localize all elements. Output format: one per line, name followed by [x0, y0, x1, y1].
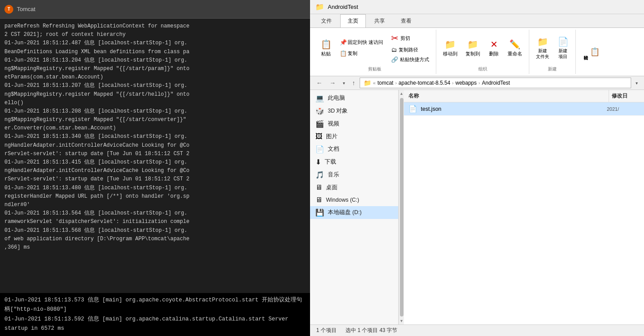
sidebar-icon-1: 🎲 — [315, 107, 324, 115]
ribbon-tab-share[interactable]: 共享 — [367, 14, 392, 27]
extra-buttons: 📋 轻松访问 — [579, 31, 603, 72]
ribbon-content: 📋 粘贴 📌 固定到快 速访问 📋 复制 — [310, 27, 644, 76]
sidebar-item-6[interactable]: 🎵音乐 — [310, 168, 398, 181]
sidebar-icon-7: 🖥 — [315, 184, 322, 191]
item-count: 1 个项目 — [316, 327, 337, 334]
tomcat-bottom-bar: 01-Jun-2021 18:51:13.573 信息 [main] org.a… — [0, 293, 310, 336]
nav-recent-button[interactable]: ▾ — [340, 79, 348, 87]
folder-icon: 📁 — [315, 3, 324, 11]
explorer-titlebar: 📁 AndroidTest — [310, 0, 644, 14]
console-line: pareRefresh Refreshing WebApplicationCon… — [4, 22, 306, 31]
console-bottom-line: 01-Jun-2021 18:51:13.573 信息 [main] org.a… — [4, 296, 306, 315]
delete-button[interactable]: ✕ 删除 — [485, 37, 503, 59]
console-line: ngHandlerAdapter.initControllerAdviceCac… — [4, 141, 306, 150]
copy-to-button[interactable]: 📁 复制到 — [462, 37, 483, 59]
column-name[interactable]: 名称 — [404, 90, 609, 102]
tomcat-title: Tomcat — [17, 6, 35, 12]
paste-shortcut-button[interactable]: 🔗 粘贴快捷方式 — [388, 55, 432, 64]
file-list-header: 名称 修改日 — [404, 90, 644, 102]
sidebar-icon-9: 💾 — [315, 208, 324, 217]
sidebar-item-0[interactable]: 💻此电脑 — [310, 92, 398, 105]
tomcat-panel: T Tomcat pareRefresh Refreshing WebAppli… — [0, 0, 310, 336]
nav-back-button[interactable]: ← — [314, 78, 325, 88]
breadcrumb-webapps[interactable]: webapps — [455, 80, 477, 86]
file-label-0: test.json — [421, 106, 442, 112]
console-line: 01-Jun-2021 18:51:13.208 信息 [localhost-s… — [4, 107, 306, 116]
sidebar-label-8: Windows (C:) — [326, 197, 359, 203]
sidebar-scrollbar[interactable]: ▲ ▼ — [399, 90, 404, 324]
pin-button[interactable]: 📌 固定到快 速访问 — [337, 37, 386, 47]
tomcat-console[interactable]: pareRefresh Refreshing WebApplicationCon… — [0, 19, 310, 293]
sidebar-item-4[interactable]: 📄文档 — [310, 143, 398, 156]
sidebar-item-7[interactable]: 🖥桌面 — [310, 181, 398, 194]
copy-path-button[interactable]: 🗂 复制路径 — [388, 45, 432, 55]
address-bar[interactable]: 📁 « tomcat › apache-tomcat-8.5.54 › weba… — [360, 78, 631, 88]
breadcrumb-androidtest[interactable]: AndroidTest — [482, 80, 510, 86]
new-folder-button[interactable]: 📁 新建文件夹 — [533, 35, 552, 61]
explorer-title: AndroidTest — [328, 4, 358, 10]
sidebar-item-9[interactable]: 💾本地磁盘 (D:) — [310, 206, 398, 219]
tomcat-icon: T — [4, 5, 13, 14]
sidebar-item-8[interactable]: 🖥Windows (C:) — [310, 194, 398, 206]
copy-button[interactable]: 📋 复制 — [337, 48, 386, 59]
console-line: 01-Jun-2021 18:51:13.340 信息 [localhost-s… — [4, 133, 306, 141]
sidebar-icon-0: 💻 — [315, 94, 324, 102]
console-line: ,366] ms — [4, 243, 306, 252]
explorer-main: 💻此电脑🎲3D 对象🎬视频🖼图片📄文档⬇下载🎵音乐🖥桌面🖥Windows (C:… — [310, 90, 644, 324]
sidebar-icon-6: 🎵 — [315, 171, 324, 179]
nav-forward-button[interactable]: → — [327, 78, 338, 88]
file-date-0: 2021/ — [604, 106, 640, 112]
selected-info: 选中 1 个项目 43 字节 — [345, 327, 397, 334]
breadcrumb-apache[interactable]: apache-tomcat-8.5.54 — [399, 80, 450, 86]
sidebar-icon-8: 🖥 — [315, 196, 322, 204]
console-line: ng$MappingRegistry.register Mapped "{[/s… — [4, 116, 306, 124]
ribbon-group-extra: 📋 轻松访问 — [576, 30, 606, 74]
scissors-icon: ✂ — [391, 33, 399, 43]
rename-icon: ✏️ — [509, 39, 520, 50]
sidebar: 💻此电脑🎲3D 对象🎬视频🖼图片📄文档⬇下载🎵音乐🖥桌面🖥Windows (C:… — [310, 90, 399, 324]
sidebar-item-2[interactable]: 🎬视频 — [310, 117, 398, 130]
file-icon-0: 📄 — [408, 105, 417, 113]
ribbon-tab-view[interactable]: 查看 — [393, 14, 419, 27]
ribbon-group-clipboard: 📋 粘贴 📌 固定到快 速访问 📋 复制 — [314, 30, 436, 74]
move-icon: 📁 — [445, 39, 456, 50]
console-line: 01-Jun-2021 18:51:12.487 信息 [localhost-s… — [4, 39, 306, 47]
ribbon-tabs: 文件 主页 共享 查看 — [310, 14, 644, 27]
move-to-button[interactable]: 📁 移动到 — [440, 37, 461, 59]
pin-icon: 📌 — [340, 39, 347, 46]
rename-button[interactable]: ✏️ 重命名 — [504, 37, 525, 59]
explorer-panel: 📁 AndroidTest 文件 主页 共享 查看 📋 粘贴 — [310, 0, 644, 336]
file-row-0[interactable]: 📄 test.json 2021/ — [404, 102, 644, 116]
ribbon-tab-home[interactable]: 主页 — [340, 14, 366, 27]
sidebar-label-5: 下载 — [325, 158, 336, 166]
console-line: ng$MappingRegistry.register Mapped "{[/s… — [4, 65, 306, 73]
scroll-thumb[interactable] — [400, 98, 403, 316]
paste-button[interactable]: 📋 粘贴 — [317, 37, 335, 59]
sidebar-item-3[interactable]: 🖼图片 — [310, 130, 398, 143]
console-line: ngHandlerAdapter.initControllerAdviceCac… — [4, 167, 306, 175]
sidebar-label-1: 3D 对象 — [328, 107, 348, 115]
new-item-button[interactable]: 📄 新建项目 — [554, 35, 572, 61]
new-icon: 📄 — [558, 36, 569, 47]
breadcrumb-folder-icon: 📁 — [364, 79, 371, 86]
column-date[interactable]: 修改日 — [609, 90, 644, 102]
path-icon: 🗂 — [391, 47, 397, 53]
ribbon-tab-file[interactable]: 文件 — [314, 14, 339, 27]
console-line: ello() — [4, 99, 306, 107]
paste-icon: 📋 — [321, 39, 332, 50]
sidebar-item-1[interactable]: 🎲3D 对象 — [310, 105, 398, 117]
console-line: registerHandler Mapped URL path [/**] on… — [4, 192, 306, 201]
copy2-icon: 📁 — [467, 39, 478, 50]
breadcrumb-arrow-1: › — [395, 80, 397, 86]
sidebar-label-3: 图片 — [326, 133, 338, 141]
console-line: ng$MappingRegistry.register Mapped "{[/s… — [4, 90, 306, 99]
sidebar-item-5[interactable]: ⬇下载 — [310, 156, 398, 168]
breadcrumb-tomcat[interactable]: tomcat — [377, 80, 393, 86]
sidebar-icon-3: 🖼 — [315, 133, 322, 141]
easy-access-button[interactable]: 📋 轻松访问 — [579, 44, 603, 60]
cut-button[interactable]: ✂ 剪切 — [388, 31, 432, 45]
file-list: 名称 修改日 📄 test.json 2021/ — [404, 90, 644, 324]
nav-refresh-button[interactable]: ▾ — [633, 79, 640, 87]
console-line: 01-Jun-2021 18:51:13.564 信息 [localhost-s… — [4, 209, 306, 218]
nav-up-button[interactable]: ↑ — [349, 78, 358, 88]
